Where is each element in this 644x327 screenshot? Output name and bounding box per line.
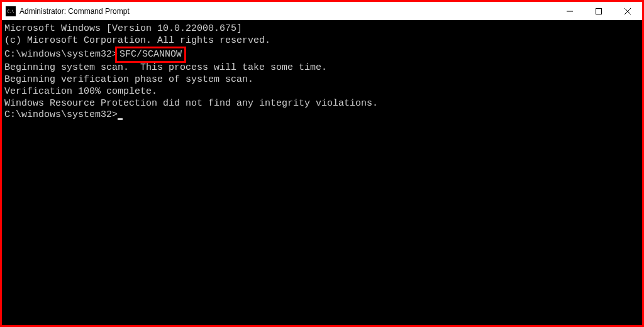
- minimize-icon: [567, 8, 573, 14]
- svg-rect-1: [596, 8, 602, 14]
- command-highlight: SFC/SCANNOW: [115, 47, 186, 64]
- terminal-line: C:\windows\system32>: [2, 109, 642, 121]
- cursor-icon: [118, 118, 123, 120]
- window-controls: [555, 2, 642, 20]
- titlebar-left: Administrator: Command Prompt: [2, 6, 130, 16]
- close-icon: [625, 8, 631, 14]
- terminal-line: Verification 100% complete.: [2, 86, 642, 98]
- terminal-line: C:\windows\system32>SFC/SCANNOW: [2, 47, 642, 63]
- terminal-line: Beginning verification phase of system s…: [2, 74, 642, 86]
- terminal-line: Windows Resource Protection did not find…: [2, 98, 642, 110]
- terminal-line: Microsoft Windows [Version 10.0.22000.67…: [2, 23, 642, 35]
- terminal-output[interactable]: Microsoft Windows [Version 10.0.22000.67…: [2, 21, 642, 325]
- terminal-line: Beginning system scan. This process will…: [2, 62, 642, 74]
- close-button[interactable]: [613, 2, 642, 20]
- command-text: SFC/SCANNOW: [119, 49, 182, 60]
- prompt-prefix: C:\windows\system32>: [4, 109, 118, 120]
- maximize-icon: [596, 8, 602, 14]
- window-titlebar: Administrator: Command Prompt: [2, 2, 642, 21]
- window-title: Administrator: Command Prompt: [19, 7, 130, 16]
- terminal-line: (c) Microsoft Corporation. All rights re…: [2, 35, 642, 47]
- prompt-prefix: C:\windows\system32>: [4, 49, 118, 60]
- minimize-button[interactable]: [555, 2, 584, 20]
- maximize-button[interactable]: [584, 2, 613, 20]
- cmd-icon: [6, 6, 16, 16]
